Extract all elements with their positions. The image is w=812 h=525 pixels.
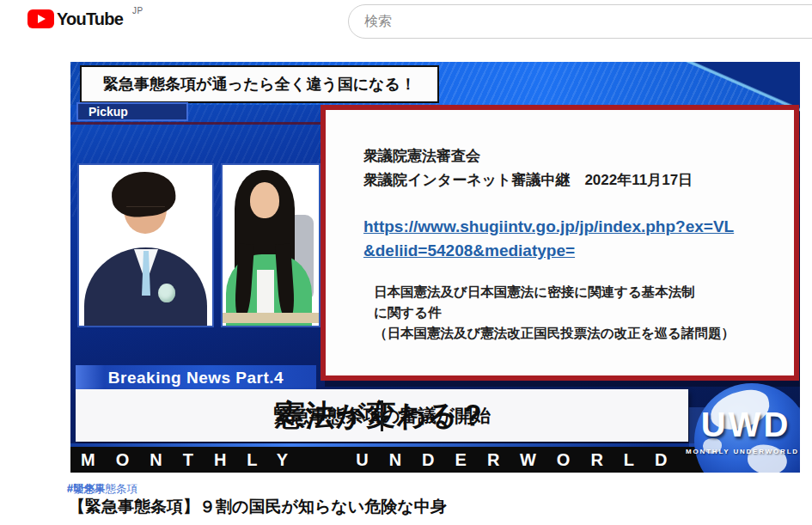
- broadcast-heading-line2: 衆議院インターネット審議中継 2022年11月17日: [363, 168, 693, 192]
- youtube-wordmark: YouTube: [57, 9, 123, 28]
- broadcast-link-line1: https://www.shugiintv.go.jp/jp/index.php…: [363, 215, 734, 239]
- video-title: 【緊急事態条項】９割の国民が知らない危険な中身: [69, 496, 447, 518]
- youtube-logo[interactable]: YouTube JP: [27, 9, 156, 29]
- female-face: [250, 182, 279, 218]
- pickup-label: Pickup: [76, 102, 188, 121]
- video-bg-maroon-line: [70, 122, 321, 125]
- broadcast-link: https://www.shugiintv.go.jp/jp/index.php…: [363, 215, 734, 263]
- search-input[interactable]: [349, 5, 812, 38]
- broadcast-heading: 衆議院憲法審査会 衆議院インターネット審議中継 2022年11月17日: [363, 144, 693, 192]
- video-top-banner: 緊急事態条項が通ったら全く違う国になる！: [80, 65, 439, 103]
- male-pocket-flower: [158, 284, 175, 302]
- broadcast-description-line1: 日本国憲法及び日本国憲法に密接に関連する基本法制: [374, 282, 735, 302]
- hashtag-link[interactable]: #NHK: [67, 482, 95, 494]
- breaking-news-label: Breaking News Part.4: [76, 365, 316, 390]
- search-box[interactable]: [348, 4, 812, 39]
- broadcast-description-line2: に関する件: [374, 302, 735, 323]
- headline-sub: 緊急事態条項の審議が開始: [273, 404, 491, 428]
- page: YouTube JP 緊急事態条項が通ったら全く違う国になる！ Pickup: [0, 0, 812, 525]
- broadcast-description-line3: （日本国憲法及び憲法改正国民投票法の改正を巡る諸問題）: [374, 323, 735, 344]
- broadcast-info-box: 衆議院憲法審査会 衆議院インターネット審議中継 2022年11月17日 http…: [321, 105, 799, 381]
- male-hair: [109, 168, 177, 219]
- uwd-acronym: UWD: [686, 406, 800, 444]
- uwd-caption: MONTHLY UNDERWORLD: [682, 448, 800, 455]
- video-player[interactable]: 緊急事態条項が通ったら全く違う国になる！ Pickup 衆議院憲法審査会 衆議院: [70, 62, 800, 473]
- male-glasses: [126, 206, 165, 207]
- broadcast-heading-line1: 衆議院憲法審査会: [363, 144, 693, 168]
- region-code: JP: [132, 6, 143, 15]
- guest-female-figure: [221, 163, 321, 327]
- youtube-play-icon: [27, 9, 54, 28]
- broadcast-description: 日本国憲法及び日本国憲法に密接に関連する基本法制 に関する件 （日本国憲法及び憲…: [374, 282, 735, 344]
- desk-edge: [223, 313, 319, 323]
- broadcast-link-line2: &deliid=54208&mediatype=: [363, 239, 734, 263]
- headline-banner: 憲法が変わる？ 緊急事態条項の審議が開始: [76, 389, 688, 442]
- host-male-figure: [77, 163, 214, 327]
